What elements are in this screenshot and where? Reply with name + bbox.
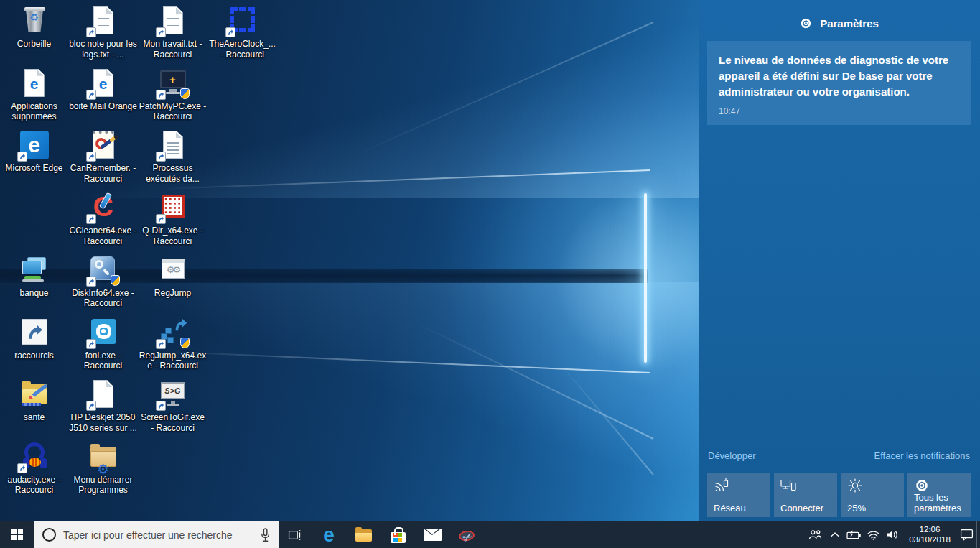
- shortcut-arrow-glyph: [88, 29, 95, 36]
- expand-link[interactable]: Développer: [708, 450, 756, 461]
- quick-action-tile[interactable]: 25%: [841, 473, 904, 517]
- search-input[interactable]: Taper ici pour effectuer une recherche: [34, 521, 279, 548]
- shortcut-arrow-glyph: [157, 91, 164, 98]
- shortcut-arrow-badge: [86, 214, 96, 224]
- quick-action-tile[interactable]: Tous les paramètres: [907, 473, 971, 517]
- desktop-icon[interactable]: CanRemember. - Raccourci: [69, 129, 137, 184]
- qdir-icon: [156, 191, 190, 224]
- desktop-icon-label: Q-Dir_x64.exe - Raccourci: [139, 226, 207, 246]
- regjump-icon: ⚙⚙: [156, 254, 190, 287]
- clear-notifications-link[interactable]: Effacer les notifications: [874, 450, 970, 461]
- action-center-button[interactable]: [957, 521, 976, 548]
- desktop-icon[interactable]: TheAeroClock_... - Raccourci: [208, 4, 276, 60]
- desktop-icon-label: HP Deskjet 2050 J510 series sur ...: [69, 412, 137, 433]
- tray-overflow-button[interactable]: [825, 521, 844, 548]
- desktop-icon[interactable]: HP Deskjet 2050 J510 series sur ...: [69, 378, 137, 433]
- snipping-tool-icon: ✂: [457, 526, 477, 544]
- shortcut-arrow-glyph: [88, 215, 95, 223]
- notification-message: Le niveau de données de diagnostic de vo…: [719, 52, 958, 100]
- task-view-button[interactable]: [279, 521, 312, 548]
- start-button[interactable]: [0, 521, 34, 548]
- desktop-icon-label: CCleaner64.exe - Raccourci: [69, 226, 137, 246]
- battery-button[interactable]: [844, 521, 864, 548]
- search-placeholder: Taper ici pour effectuer une recherche: [63, 529, 233, 541]
- shortcut-arrow-glyph: [172, 317, 188, 333]
- startmenu-folder-icon: ⚙: [86, 440, 121, 473]
- desktop-icon[interactable]: S>GScreenToGif.exe - Raccourci: [139, 378, 207, 433]
- gear-icon: [800, 17, 812, 29]
- desktop-icon[interactable]: santé: [0, 378, 68, 423]
- desktop-icon[interactable]: CCCleaner64.exe - Raccourci: [69, 191, 137, 246]
- edge-page-icon: e: [86, 67, 121, 100]
- desktop-icon[interactable]: eboite Mail Orange: [69, 67, 137, 112]
- desktop-icon[interactable]: ⚙Menu démarrer Programmes: [69, 440, 137, 496]
- notification-group-header[interactable]: Paramètres: [699, 17, 980, 29]
- shortcut-arrow-icon: [17, 316, 52, 349]
- pinned-apps: e✂: [312, 521, 484, 548]
- desktop-icon[interactable]: RegJump_x64.exe - Raccourci: [139, 316, 207, 371]
- desktop-icon[interactable]: bloc note pour les logs.txt - ...: [69, 4, 137, 60]
- shortcut-arrow-glyph: [227, 29, 234, 36]
- desktop-icon[interactable]: ⚙⚙RegJump: [139, 254, 207, 299]
- recycle-bin-icon: ♻: [17, 4, 52, 37]
- quick-action-label: Réseau: [714, 503, 768, 514]
- cortana-icon: [42, 528, 56, 542]
- desktop-icon[interactable]: eApplications supprimées: [0, 67, 68, 122]
- desktop-icon[interactable]: foni.exe - Raccourci: [69, 316, 137, 371]
- shortcut-arrow-badge: [86, 339, 96, 349]
- quick-action-tile[interactable]: Connecter: [774, 473, 837, 517]
- desktop-icon-label: Mon travail.txt - Raccourci: [139, 39, 207, 60]
- desktop-icon-label: CanRemember. - Raccourci: [69, 163, 137, 184]
- notification-card[interactable]: Le niveau de données de diagnostic de vo…: [707, 41, 971, 125]
- taskbar-app-store-icon[interactable]: [381, 521, 415, 548]
- desktop-icon[interactable]: +PatchMyPC.exe - Raccourci: [139, 67, 207, 122]
- desktop-icon[interactable]: audacity.exe - Raccourci: [0, 440, 68, 496]
- edge-icon: e: [17, 129, 52, 162]
- foni-icon: [86, 316, 121, 349]
- wallpaper-light-ray: [528, 326, 654, 475]
- network-button[interactable]: [864, 521, 883, 548]
- desktop-icon[interactable]: Processus exécutés da...: [139, 129, 207, 184]
- canremember-icon: [86, 129, 121, 162]
- shortcut-arrow-glyph: [157, 340, 164, 348]
- microphone-icon[interactable]: [260, 528, 271, 542]
- desktop-icon[interactable]: Mon travail.txt - Raccourci: [139, 4, 207, 60]
- volume-button[interactable]: [883, 521, 902, 548]
- desktop-icon-label: Applications supprimées: [0, 101, 68, 122]
- desktop-icon[interactable]: raccourcis: [0, 316, 68, 361]
- notification-group-title: Paramètres: [820, 17, 879, 29]
- desktop-icon-label: foni.exe - Raccourci: [69, 350, 137, 371]
- screentogif-icon: S>G: [156, 378, 190, 411]
- people-button[interactable]: [806, 521, 825, 548]
- desktop-icon[interactable]: eMicrosoft Edge: [0, 129, 68, 174]
- people-icon: [808, 529, 822, 540]
- desktop-icon-label: ScreenToGif.exe - Raccourci: [139, 412, 207, 433]
- quick-action-tile[interactable]: Réseau: [707, 473, 770, 517]
- taskbar-app-edge-icon[interactable]: e: [312, 521, 346, 548]
- shortcut-arrow-badge: [156, 214, 166, 224]
- clock[interactable]: 12:06 03/10/2018: [902, 521, 957, 548]
- wifi-icon: [867, 530, 880, 540]
- shortcut-arrow-glyph: [88, 278, 95, 285]
- text-file-icon: [156, 129, 190, 162]
- desktop-icon-label: banque: [0, 288, 68, 299]
- file-explorer-icon: [355, 527, 373, 543]
- shortcut-arrow-badge: [156, 339, 166, 349]
- shortcut-arrow-badge: [86, 90, 96, 100]
- desktop-icon[interactable]: banque: [0, 254, 68, 299]
- diskinfo-icon: [86, 254, 121, 287]
- taskbar-app-snipping-tool-icon[interactable]: ✂: [449, 521, 484, 548]
- volume-icon: [886, 529, 900, 540]
- desktop-icon[interactable]: Q-Dir_x64.exe - Raccourci: [139, 191, 207, 246]
- desktop-icon[interactable]: DiskInfo64.exe - Raccourci: [69, 254, 137, 309]
- banque-icon: [17, 254, 52, 287]
- taskbar-app-mail-icon[interactable]: [415, 521, 449, 548]
- shortcut-arrow-glyph: [88, 402, 95, 409]
- taskbar-app-file-explorer-icon[interactable]: [346, 521, 381, 548]
- desktop-icon-label: audacity.exe - Raccourci: [0, 475, 68, 496]
- blank-file-icon: [86, 378, 121, 411]
- shortcut-arrow-glyph: [157, 153, 164, 160]
- shortcut-arrow-badge: [156, 401, 166, 411]
- show-desktop-button[interactable]: [976, 521, 980, 548]
- desktop-icon[interactable]: ♻Corbeille: [0, 4, 68, 50]
